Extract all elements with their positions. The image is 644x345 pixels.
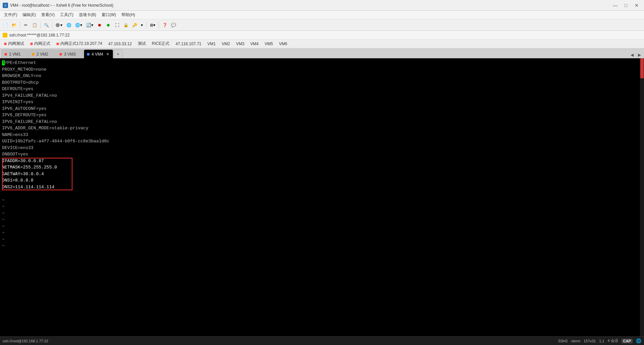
bookmark-vm1[interactable]: VM1 <box>205 41 218 47</box>
bookmark-vm2[interactable]: VM2 <box>219 41 233 47</box>
toolbar-globe-dropdown[interactable]: 🌐▾ <box>73 21 84 29</box>
tab-1-vm1[interactable]: 1 VM1 <box>1 50 28 58</box>
terminal-line: ~ <box>2 229 642 236</box>
tab-4-vm4[interactable]: 4 VM4✕ <box>84 50 113 58</box>
menu-item-选项卡b[interactable]: 选项卡(B) <box>76 11 99 18</box>
terminal-line: ONBOOT=yes <box>2 151 642 158</box>
toolbar-chat-button[interactable]: 💬 <box>169 21 177 29</box>
terminal-line <box>2 190 642 197</box>
scrollbar-thumb[interactable] <box>640 58 644 78</box>
tab-nav-next[interactable]: ▶ <box>636 52 643 58</box>
bookmark-内网正式[interactable]: 内网正式 <box>28 40 53 47</box>
close-button[interactable]: ✕ <box>632 2 641 9</box>
minimize-button[interactable]: — <box>610 2 620 9</box>
terminal-line: IPV6_AUTOCONF=yes <box>2 106 642 112</box>
bookmark-vm5[interactable]: VM5 <box>262 41 276 47</box>
terminal-line: IPV6_ADDR_GEN_MODE=stable-privacy <box>2 125 642 132</box>
terminal-line: IPV4_FAILURE_FATAL=no <box>2 92 642 99</box>
menu-bar: 文件(F)编辑(E)查看(V)工具(T)选项卡(B)窗口(W)帮助(H) <box>0 11 644 19</box>
tab-nav-prev[interactable]: ◀ <box>629 52 635 58</box>
status-sessions: 4 会话 <box>608 338 618 343</box>
terminal-line: DEVICE=ens33 <box>2 145 642 151</box>
status-terminal-type: xterm <box>571 339 581 343</box>
toolbar-green-button[interactable]: ⏺ <box>104 21 112 29</box>
terminal-content: TYPE=EthernetPROXY_METHOD=noneBROWSER_ON… <box>2 60 642 249</box>
terminal-line: ~ <box>2 210 642 217</box>
maximize-button[interactable]: □ <box>621 2 631 9</box>
terminal-line: BOOTPROTO=dhcp <box>2 79 642 86</box>
toolbar-arrow-dropdown[interactable]: 🔄▾ <box>85 21 95 29</box>
status-right: SSH2 xterm 157x31 1,1 4 会话 CAP 🌐 <box>558 338 641 343</box>
terminal-line: IPV6_DEFROUTE=yes <box>2 112 642 119</box>
bookmark-rice正式[interactable]: RICE正式 <box>149 40 172 47</box>
scrollbar-track[interactable] <box>640 58 644 336</box>
status-cursor-pos: 1,1 <box>599 339 604 343</box>
toolbar-cut-button[interactable]: ✂ <box>22 21 30 29</box>
toolbar-separator-3 <box>52 22 52 28</box>
toolbar-find-button[interactable]: 🔍 <box>42 21 50 29</box>
menu-item-帮助h[interactable]: 帮助(H) <box>119 11 138 18</box>
network-icon: 🌐 <box>636 338 641 343</box>
app-icon: X <box>3 3 8 8</box>
menu-item-窗口w[interactable]: 窗口(W) <box>99 11 119 18</box>
address-bar: ssh://root:******@192.168.1.77:22 <box>0 31 644 40</box>
terminal[interactable]: TYPE=EthernetPROXY_METHOD=noneBROWSER_ON… <box>0 58 644 336</box>
bookmark-47.103.33.12[interactable]: 47.103.33.12 <box>106 41 135 47</box>
toolbar-separator-2 <box>40 22 41 28</box>
bookmark-vm4[interactable]: VM4 <box>248 41 261 47</box>
terminal-line: IPADDR=30.0.0.87 <box>2 158 642 164</box>
menu-item-查看v[interactable]: 查看(V) <box>39 11 57 18</box>
bookmark-vm6[interactable]: VM6 <box>276 41 290 47</box>
terminal-line: IPV6_FAILURE_FATAL=no <box>2 119 642 125</box>
toolbar-layout-dropdown[interactable]: ⊞▾ <box>148 21 157 29</box>
terminal-line: ~ <box>2 236 642 243</box>
title-bar: X VM4 - root@localhost:~ - Xshell 6 (Fre… <box>0 0 644 11</box>
bookmark-测试[interactable]: 测试 <box>135 40 149 47</box>
terminal-line: GAETWAY=30.0.0.4 <box>2 171 642 178</box>
terminal-line: DEFROUTE=yes <box>2 86 642 92</box>
terminal-line: ~ <box>2 223 642 230</box>
terminal-line: IPV6INIT=yes <box>2 99 642 106</box>
menu-item-文件f[interactable]: 文件(F) <box>1 11 20 18</box>
status-cap-badge: CAP <box>622 339 633 343</box>
title-left: X VM4 - root@localhost:~ - Xshell 6 (Fre… <box>3 3 113 8</box>
toolbar-separator-5 <box>159 22 159 28</box>
status-connection: ssh://root@192.168.1.77:22 <box>3 339 48 343</box>
toolbar-key-button[interactable]: 🔑 <box>130 21 139 29</box>
toolbar-globe-button[interactable]: 🌐 <box>65 21 73 29</box>
toolbar-new-button[interactable]: 📄 <box>1 21 9 29</box>
terminal-line: UUID=10b2fefc-a4f7-4844-b0f6-cc8e3baa1d6… <box>2 138 642 145</box>
terminal-line: PROXY_METHOD=none <box>2 66 642 73</box>
toolbar-extra-dropdown[interactable]: ▾ <box>139 21 145 29</box>
toolbar-open-button[interactable]: 📂 <box>10 21 18 29</box>
bookmark-vm3[interactable]: VM3 <box>233 41 247 47</box>
tab-close-btn[interactable]: ✕ <box>105 52 110 57</box>
toolbar-separator-1 <box>20 22 20 28</box>
address-text: ssh://root:******@192.168.1.77:22 <box>9 33 70 38</box>
bookmark-47.116.107.71[interactable]: 47.116.107.71 <box>173 41 204 47</box>
tab-3-vm3[interactable]: 3 VM3 <box>56 50 83 58</box>
bookmark-内网正式172.19.207.74[interactable]: 内网正式172.19.207.74 <box>54 40 105 47</box>
toolbar-fullscreen-button[interactable]: ⛶ <box>113 21 121 29</box>
toolbar-lock-button[interactable]: 🔒 <box>122 21 130 29</box>
terminal-line: BROWSER_ONLY=no <box>2 73 642 79</box>
terminal-line: ~ <box>2 203 642 210</box>
tab-2-vm2[interactable]: 2 VM2 <box>29 50 56 58</box>
bookmarks-bar: 内网测试内网正式内网正式172.19.207.7447.103.33.12测试R… <box>0 40 644 48</box>
menu-item-编辑e[interactable]: 编辑(E) <box>20 11 39 18</box>
toolbar-separator-4 <box>146 22 147 28</box>
toolbar: 📄 📂 ✂ 📋 🔍 ▾ 🌐 🌐▾ 🔄▾ ⏺ ⏺ ⛶ 🔒 🔑 ▾ ⊞▾ ❓ 💬 <box>0 19 644 31</box>
tab-add-button[interactable]: + <box>114 50 122 58</box>
tabs-bar: 1 VM12 VM23 VM34 VM4✕+◀▶ <box>0 48 644 58</box>
terminal-line: DNS1=8.8.8.8 <box>2 177 642 184</box>
title-controls: — □ ✕ <box>610 2 641 9</box>
menu-item-工具t[interactable]: 工具(T) <box>57 11 76 18</box>
title-text: VM4 - root@localhost:~ - Xshell 6 (Free … <box>10 3 113 8</box>
toolbar-help-button[interactable]: ❓ <box>161 21 169 29</box>
bookmark-内网测试[interactable]: 内网测试 <box>1 40 27 47</box>
toolbar-connect-dropdown[interactable]: ▾ <box>54 21 64 29</box>
tab-nav: ◀▶ <box>629 52 643 58</box>
toolbar-copy-button[interactable]: 📋 <box>31 21 39 29</box>
toolbar-red-button[interactable]: ⏺ <box>96 21 104 29</box>
terminal-line: DNS2=114.114.114.114 <box>2 184 642 191</box>
